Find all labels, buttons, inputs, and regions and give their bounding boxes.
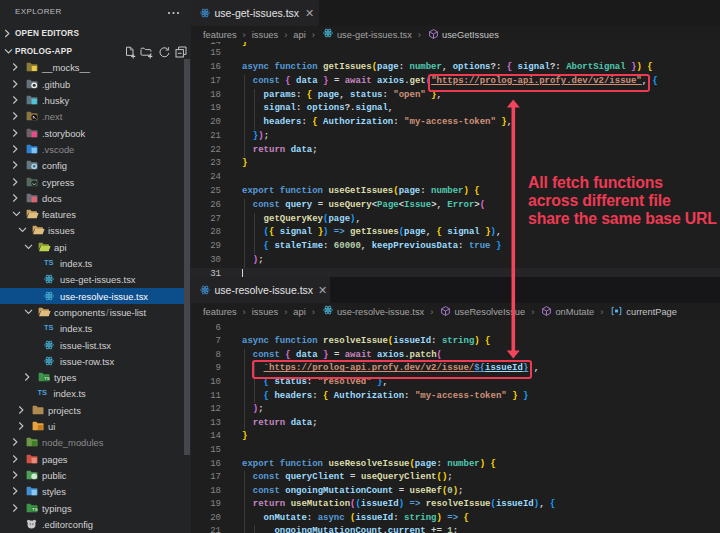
svg-text:TS: TS <box>44 376 50 381</box>
svg-text:TS: TS <box>32 507 38 512</box>
